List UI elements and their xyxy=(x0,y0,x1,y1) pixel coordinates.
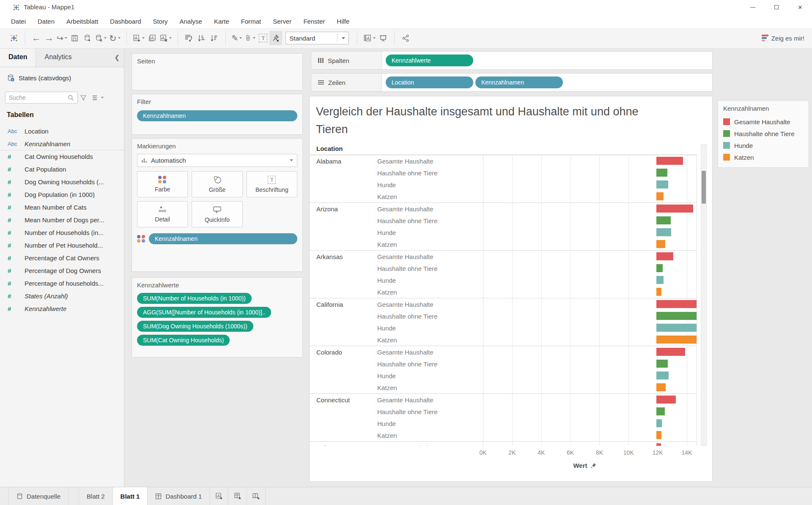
state-label[interactable]: Alabama xyxy=(310,158,377,165)
tableau-home-button[interactable] xyxy=(8,31,20,45)
measure-values-pill[interactable]: SUM(Number of Households (in 1000)) xyxy=(137,293,252,304)
view-options-caret[interactable] xyxy=(101,97,104,98)
menu-item-story[interactable]: Story xyxy=(147,16,174,27)
tab-blatt-2[interactable]: Blatt 2 xyxy=(79,487,113,505)
field-item[interactable]: #Number of Pet Household... xyxy=(0,239,124,251)
series-label[interactable]: Gesamte Haushalte xyxy=(377,205,483,213)
series-label[interactable]: Hunde xyxy=(377,277,483,284)
sort-ascending-button[interactable] xyxy=(195,31,208,45)
bar[interactable] xyxy=(656,396,676,404)
series-label[interactable]: Gesamte Haushalte xyxy=(377,253,483,260)
size-button[interactable]: Größe xyxy=(192,171,242,197)
group-members-dropdown-caret[interactable] xyxy=(253,37,255,39)
run-update-button[interactable]: ↻ xyxy=(108,31,122,45)
series-label[interactable]: Katzen xyxy=(377,384,483,391)
axis-pin-icon[interactable] xyxy=(590,462,597,469)
vertical-scrollbar[interactable] xyxy=(701,144,707,446)
filters-card[interactable]: Filter Kennzahlnamen xyxy=(132,94,303,135)
series-label[interactable]: Hunde xyxy=(377,372,483,379)
series-label[interactable]: Haushalte ohne Tiere xyxy=(377,313,483,320)
scrollbar-thumb[interactable] xyxy=(702,171,706,204)
field-item[interactable]: #Dog Population (in 1000) xyxy=(0,188,124,201)
show-hide-cards-button[interactable] xyxy=(362,31,377,45)
bar[interactable] xyxy=(656,264,663,272)
state-label[interactable]: Colorado xyxy=(310,349,377,356)
series-label[interactable]: Katzen xyxy=(377,289,483,296)
new-worksheet-tab-button[interactable] xyxy=(210,487,228,505)
rows-shelf[interactable]: Zeilen Location Kennzahlnamen xyxy=(311,73,713,92)
group-members-button[interactable] xyxy=(243,31,257,45)
legend-item[interactable]: Gesamte Haushalte xyxy=(718,116,809,128)
color-legend[interactable]: Kennzahlnamen Gesamte HaushalteHaushalte… xyxy=(718,100,809,168)
legend-item[interactable]: Hunde xyxy=(718,139,809,151)
maximize-button[interactable] xyxy=(765,0,788,14)
field-item[interactable]: #Number of Households (in... xyxy=(0,226,124,239)
series-label[interactable]: Gesamte Haushalte xyxy=(377,158,483,165)
series-label[interactable]: Haushalte ohne Tiere xyxy=(377,265,483,272)
chart-title[interactable]: Vergleich der Haushalte insgesamt und Ha… xyxy=(316,103,688,139)
bar[interactable] xyxy=(656,312,697,320)
view-mode-select[interactable]: Standard xyxy=(285,32,349,44)
bar[interactable] xyxy=(656,324,697,332)
row-header[interactable]: Location xyxy=(310,144,697,155)
measure-values-card[interactable]: Kennzahlwerte SUM(Number of Households (… xyxy=(132,277,303,358)
state-label[interactable]: California xyxy=(310,301,377,308)
series-label[interactable]: Katzen xyxy=(377,241,483,248)
field-item[interactable]: #Dog Owning Households (... xyxy=(0,175,124,188)
series-label[interactable]: Gesamte Haushalte xyxy=(377,396,483,404)
field-item[interactable]: AbcKennzahlnamen xyxy=(0,137,124,150)
tab-blatt-1[interactable]: Blatt 1 xyxy=(113,487,148,505)
new-worksheet-dropdown-caret[interactable] xyxy=(142,37,145,39)
state-label[interactable]: Arizona xyxy=(310,205,377,213)
new-story-tab-button[interactable] xyxy=(247,487,266,505)
menu-item-server[interactable]: Server xyxy=(267,16,297,27)
measure-values-pill[interactable]: SUM(Dog Owning Households (1000s)) xyxy=(137,321,253,332)
share-button[interactable] xyxy=(399,31,412,45)
bar[interactable] xyxy=(656,360,668,368)
bar[interactable] xyxy=(656,169,667,177)
view-options-icon[interactable] xyxy=(92,95,99,101)
collapse-panel-icon[interactable]: ❮ xyxy=(114,54,120,61)
sort-descending-button[interactable] xyxy=(208,31,221,45)
tab-dashboard-1[interactable]: Dashboard 1 xyxy=(148,487,210,505)
bar[interactable] xyxy=(656,300,697,308)
back-button[interactable]: ← xyxy=(30,31,43,45)
menu-item-dashboard[interactable]: Dashboard xyxy=(104,16,147,27)
bar[interactable] xyxy=(656,157,683,165)
new-datasource-button[interactable] xyxy=(81,31,94,45)
new-worksheet-button[interactable] xyxy=(132,31,146,45)
field-item[interactable]: #Percentage of Cat Owners xyxy=(0,251,124,264)
bar[interactable] xyxy=(656,336,697,344)
highlight-dropdown-caret[interactable] xyxy=(239,37,242,39)
fix-axes-button[interactable] xyxy=(269,31,282,45)
field-item[interactable]: #Mean Number of Dogs per... xyxy=(0,213,124,226)
field-item[interactable]: #Cat Owning Households xyxy=(0,150,124,163)
legend-item[interactable]: Katzen xyxy=(718,151,809,163)
bar[interactable] xyxy=(656,431,661,439)
marks-pill-kennzahlnamen[interactable]: Kennzahlnamen xyxy=(149,233,297,244)
menu-item-arbeitsblatt[interactable]: Arbeitsblatt xyxy=(60,16,104,27)
color-button[interactable]: Farbe xyxy=(137,171,188,197)
columns-shelf[interactable]: Spalten Kennzahlwerte xyxy=(311,51,713,70)
measure-values-pill[interactable]: SUM(Cat Owning Households) xyxy=(137,335,230,346)
field-item[interactable]: #Percentage of Dog Owners xyxy=(0,264,124,277)
pause-updates-button[interactable] xyxy=(94,31,108,45)
highlight-button[interactable]: ✎ xyxy=(230,31,244,45)
series-label[interactable]: Gesamte Haushalte xyxy=(377,349,483,356)
filter-fields-icon[interactable] xyxy=(80,94,87,101)
label-button[interactable]: T Beschriftung xyxy=(247,171,297,197)
menu-item-datei[interactable]: Datei xyxy=(5,16,32,27)
chart-rows-viewport[interactable]: AlabamaGesamte HaushalteHaushalte ohne T… xyxy=(310,155,697,446)
show-me-button[interactable]: Zeig es mir! xyxy=(762,35,804,42)
series-label[interactable]: Haushalte ohne Tiere xyxy=(377,408,483,415)
bar[interactable] xyxy=(656,216,671,224)
save-button[interactable] xyxy=(69,31,81,45)
bar[interactable] xyxy=(656,383,666,391)
bar[interactable] xyxy=(656,228,671,236)
redo-button[interactable]: ↪ xyxy=(55,31,69,45)
menu-item-format[interactable]: Format xyxy=(235,16,267,27)
series-label[interactable]: Hunde xyxy=(377,325,483,332)
bar[interactable] xyxy=(656,288,661,296)
pause-updates-dropdown-caret[interactable] xyxy=(104,37,107,39)
detail-button[interactable]: Detail xyxy=(137,201,188,227)
